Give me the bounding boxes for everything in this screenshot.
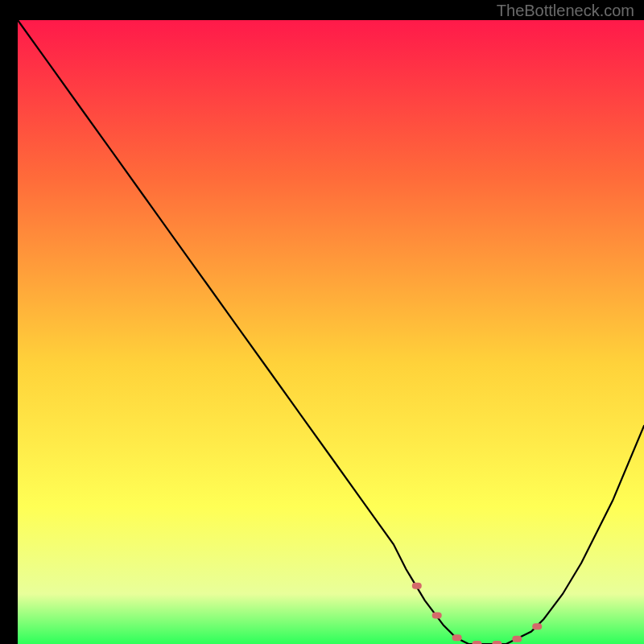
range-dot <box>452 634 462 641</box>
range-dot <box>532 623 542 630</box>
range-dot <box>412 583 422 589</box>
chart-container: TheBottleneck.com <box>0 0 644 644</box>
range-dot <box>432 612 442 618</box>
attribution-label: TheBottleneck.com <box>497 2 634 20</box>
bottleneck-chart <box>0 0 644 644</box>
gradient-background <box>18 20 644 644</box>
range-dot <box>512 636 522 642</box>
